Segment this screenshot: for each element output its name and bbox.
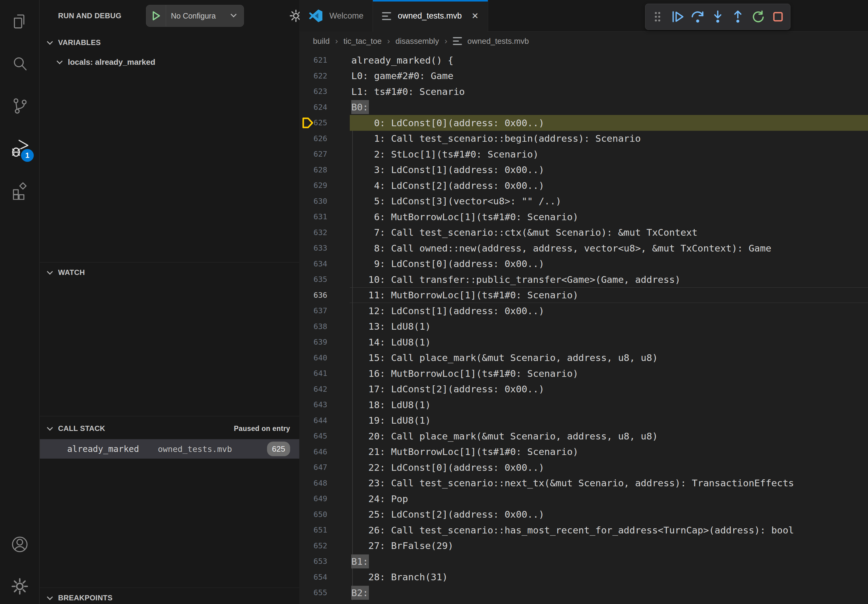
line-gutter[interactable]: 634 xyxy=(299,256,350,272)
line-body[interactable]: 6: MutBorrowLoc[1](ts#1#0: Scenario) xyxy=(350,209,868,225)
code-line[interactable]: 632 7: Call test_scenario::ctx(&mut Scen… xyxy=(299,225,868,240)
line-body[interactable]: 13: LdU8(1) xyxy=(350,319,868,335)
extensions-icon[interactable] xyxy=(0,173,39,209)
code-line[interactable]: 651 26: Call test_scenario::has_most_rec… xyxy=(299,522,868,538)
line-gutter[interactable]: 647 xyxy=(299,460,350,475)
line-gutter[interactable]: 646 xyxy=(299,444,350,460)
line-gutter[interactable]: 639 xyxy=(299,334,350,350)
close-icon[interactable]: ✕ xyxy=(471,11,478,21)
code-line[interactable]: 627 2: StLoc[1](ts#1#0: Scenario) xyxy=(299,146,868,162)
code-line[interactable]: 635 10: Call transfer::public_transfer<G… xyxy=(299,272,868,287)
code-line[interactable]: 642 17: LdConst[2](address: 0x00..) xyxy=(299,381,868,397)
step-into-button[interactable] xyxy=(710,9,726,25)
line-gutter[interactable]: 631 xyxy=(299,209,350,225)
line-body[interactable]: 28: Branch(31) xyxy=(350,569,868,585)
restart-button[interactable] xyxy=(750,9,766,25)
line-body[interactable]: 22: LdConst[0](address: 0x00..) xyxy=(350,460,868,475)
code-line[interactable]: 638 13: LdU8(1) xyxy=(299,319,868,335)
line-gutter[interactable]: 642 xyxy=(299,381,350,397)
line-gutter[interactable]: 621 xyxy=(299,52,350,68)
code-line[interactable]: 621 already_marked() { xyxy=(299,52,868,68)
code-line[interactable]: 647 22: LdConst[0](address: 0x00..) xyxy=(299,460,868,475)
line-body[interactable]: 20: Call place_mark(&mut Scenario, addre… xyxy=(350,428,868,444)
line-body[interactable]: 17: LdConst[2](address: 0x00..) xyxy=(350,381,868,397)
code-line[interactable]: 631 6: MutBorrowLoc[1](ts#1#0: Scenario) xyxy=(299,209,868,225)
code-line[interactable]: 628 3: LdConst[1](address: 0x00..) xyxy=(299,162,868,178)
code-line[interactable]: 646 21: MutBorrowLoc[1](ts#1#0: Scenario… xyxy=(299,444,868,460)
code-line[interactable]: 630 5: LdConst[3](vector<u8>: "" /..) xyxy=(299,194,868,209)
step-out-button[interactable] xyxy=(730,9,746,25)
code-line[interactable]: 624 B0: xyxy=(299,99,868,115)
line-gutter[interactable]: 640 xyxy=(299,350,350,366)
line-gutter[interactable]: 641 xyxy=(299,365,350,381)
line-body[interactable]: 1: Call test_scenario::begin(address): S… xyxy=(350,131,868,147)
run-and-debug-icon[interactable]: 1 xyxy=(0,130,39,167)
drag-grip-icon[interactable] xyxy=(649,9,665,25)
code-line[interactable]: 625 0: LdConst[0](address: 0x00..) xyxy=(299,115,868,131)
line-body[interactable]: 21: MutBorrowLoc[1](ts#1#0: Scenario) xyxy=(350,444,868,460)
line-body[interactable]: 9: LdConst[0](address: 0x00..) xyxy=(350,256,868,272)
line-body[interactable]: 24: Pop xyxy=(350,491,868,507)
line-body[interactable]: B2: xyxy=(350,585,868,601)
line-gutter[interactable]: 624 xyxy=(299,99,350,115)
line-body[interactable]: 4: LdConst[2](address: 0x00..) xyxy=(350,178,868,194)
line-body[interactable]: L0: game#2#0: Game xyxy=(350,68,868,84)
call-stack-frame-row[interactable]: already_marked owned_tests.mvb 625 xyxy=(40,439,299,458)
code-line[interactable]: 641 16: MutBorrowLoc[1](ts#1#0: Scenario… xyxy=(299,365,868,381)
line-gutter[interactable]: 625 xyxy=(299,115,350,131)
line-body[interactable]: 16: MutBorrowLoc[1](ts#1#0: Scenario) xyxy=(350,365,868,381)
line-body[interactable]: 10: Call transfer::public_transfer<Game>… xyxy=(350,272,868,287)
code-line[interactable]: 629 4: LdConst[2](address: 0x00..) xyxy=(299,178,868,194)
line-body[interactable]: 11: MutBorrowLoc[1](ts#1#0: Scenario) xyxy=(350,287,868,303)
search-icon[interactable] xyxy=(0,46,39,82)
line-gutter[interactable]: 654 xyxy=(299,569,350,585)
line-body[interactable]: 27: BrFalse(29) xyxy=(350,538,868,554)
line-gutter[interactable]: 633 xyxy=(299,240,350,256)
code-line[interactable]: 623 L1: ts#1#0: Scenario xyxy=(299,84,868,99)
line-body[interactable]: 14: LdU8(1) xyxy=(350,334,868,350)
line-body[interactable]: 3: LdConst[1](address: 0x00..) xyxy=(350,162,868,178)
breadcrumb-item[interactable]: disassembly xyxy=(395,37,439,46)
line-gutter[interactable]: 622 xyxy=(299,68,350,84)
code-line[interactable]: 626 1: Call test_scenario::begin(address… xyxy=(299,131,868,147)
line-gutter[interactable]: 632 xyxy=(299,225,350,240)
code-line[interactable]: 650 25: LdConst[2](address: 0x00..) xyxy=(299,507,868,522)
line-body[interactable]: L1: ts#1#0: Scenario xyxy=(350,84,868,99)
breadcrumb-item[interactable]: build xyxy=(313,37,330,46)
code-editor[interactable]: 621 already_marked() { 622 L0: game#2#0:… xyxy=(299,51,868,604)
line-gutter[interactable]: 629 xyxy=(299,178,350,194)
code-line[interactable]: 643 18: LdU8(1) xyxy=(299,397,868,413)
step-over-button[interactable] xyxy=(690,9,705,25)
stop-button[interactable] xyxy=(770,9,786,25)
line-gutter[interactable]: 636 xyxy=(299,287,350,303)
breadcrumb-item[interactable]: tic_tac_toe xyxy=(343,37,382,46)
call-stack-section-header[interactable]: CALL STACK Paused on entry xyxy=(40,419,299,438)
line-gutter[interactable]: 626 xyxy=(299,131,350,147)
code-line[interactable]: 634 9: LdConst[0](address: 0x00..) xyxy=(299,256,868,272)
line-gutter[interactable]: 627 xyxy=(299,146,350,162)
debug-config-picker[interactable]: No Configura xyxy=(146,5,244,27)
line-body[interactable]: already_marked() { xyxy=(350,52,868,68)
line-gutter[interactable]: 648 xyxy=(299,475,350,491)
settings-gear-icon[interactable] xyxy=(0,568,39,604)
line-gutter[interactable]: 650 xyxy=(299,507,350,522)
breadcrumb-item[interactable]: owned_tests.mvb xyxy=(467,37,529,46)
line-gutter[interactable]: 637 xyxy=(299,303,350,319)
code-line[interactable]: 654 28: Branch(31) xyxy=(299,569,868,585)
code-line[interactable]: 637 12: LdConst[1](address: 0x00..) xyxy=(299,303,868,319)
line-body[interactable]: 15: Call place_mark(&mut Scenario, addre… xyxy=(350,350,868,366)
line-gutter[interactable]: 653 xyxy=(299,553,350,569)
line-gutter[interactable]: 644 xyxy=(299,413,350,429)
variables-section-header[interactable]: VARIABLES xyxy=(40,33,299,52)
line-body[interactable]: 23: Call test_scenario::next_tx(&mut Sce… xyxy=(350,475,868,491)
code-line[interactable]: 633 8: Call owned::new(address, address,… xyxy=(299,240,868,256)
start-debug-icon[interactable] xyxy=(146,5,166,26)
line-body[interactable]: 19: LdU8(1) xyxy=(350,413,868,429)
code-line[interactable]: 636 11: MutBorrowLoc[1](ts#1#0: Scenario… xyxy=(299,287,868,303)
tab-welcome[interactable]: Welcome xyxy=(299,0,373,32)
line-gutter[interactable]: 651 xyxy=(299,522,350,538)
line-body[interactable]: 2: StLoc[1](ts#1#0: Scenario) xyxy=(350,146,868,162)
line-gutter[interactable]: 652 xyxy=(299,538,350,554)
watch-section-header[interactable]: WATCH xyxy=(40,263,299,282)
code-line[interactable]: 622 L0: game#2#0: Game xyxy=(299,68,868,84)
